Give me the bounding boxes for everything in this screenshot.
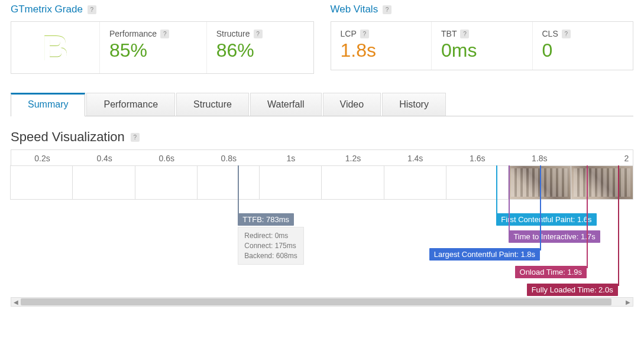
tabs: Summary Performance Structure Waterfall … (11, 93, 633, 116)
fcp-marker-line (496, 165, 497, 216)
lcp-value: 1.8s (341, 40, 422, 61)
structure-value: 86% (216, 40, 304, 61)
scroll-right-arrow-icon[interactable]: ▶ (623, 298, 633, 306)
grade-letter: B (42, 27, 69, 69)
cls-value: 0 (542, 40, 624, 61)
help-icon[interactable]: ? (460, 30, 469, 38)
frame-thumb (197, 165, 260, 200)
help-icon[interactable]: ? (254, 30, 263, 38)
frame-thumb (10, 165, 73, 200)
scroll-thumb[interactable] (21, 298, 611, 305)
ttfb-details: Redirect: 0ms Connect: 175ms Backend: 60… (238, 227, 303, 265)
tbt-label: TBT (441, 29, 457, 38)
speed-visualization-chart: 0.2s 0.4s 0.6s 0.8s 1s 1.2s 1.4s 1.6s 1.… (11, 149, 633, 297)
frame-thumb (571, 165, 633, 200)
tick: 2 (624, 154, 629, 163)
cls-label: CLS (542, 29, 558, 38)
viz-title: Speed Visualization (11, 129, 125, 145)
fully-marker-line (618, 165, 619, 286)
tab-performance[interactable]: Performance (86, 93, 175, 116)
help-icon[interactable]: ? (383, 5, 391, 14)
tick: 1.4s (407, 154, 423, 163)
fully-label: Fully Loaded Time: 2.0s (527, 284, 618, 296)
frame-thumb (72, 165, 135, 200)
tick: 0.6s (159, 154, 174, 163)
onload-label: Onload Time: 1.9s (515, 266, 587, 278)
lcp-label: Largest Contentful Paint: 1.8s (429, 248, 540, 261)
frame-thumb (259, 165, 322, 200)
ttfb-marker-line (238, 165, 239, 216)
ttfb-redirect: Redirect: 0ms (244, 231, 297, 241)
frame-thumb (321, 165, 384, 200)
performance-label: Performance (109, 29, 157, 38)
tick: 1.2s (345, 154, 361, 163)
help-icon[interactable]: ? (562, 30, 571, 38)
fcp-label: First Contentful Paint: 1.6s (496, 213, 596, 226)
ttfb-connect: Connect: 175ms (244, 241, 297, 251)
ttfb-backend: Backend: 608ms (244, 251, 297, 261)
tab-video[interactable]: Video (323, 93, 381, 116)
frame-thumb (384, 165, 446, 200)
onload-marker-line (587, 165, 588, 268)
tick: 0.4s (96, 154, 112, 163)
horizontal-scrollbar[interactable]: ◀ ▶ (11, 297, 633, 307)
scroll-track[interactable] (21, 298, 623, 306)
tick: 1s (287, 154, 296, 163)
vitals-title: Web Vitals (331, 4, 378, 15)
tab-structure[interactable]: Structure (176, 93, 249, 116)
help-icon[interactable]: ? (360, 30, 369, 38)
help-icon[interactable]: ? (160, 30, 169, 38)
grade-title: GTmetrix Grade (11, 4, 83, 15)
tick: 0.8s (221, 154, 237, 163)
tick: 1.6s (470, 154, 485, 163)
lcp-label: LCP (341, 29, 357, 38)
help-icon[interactable]: ? (131, 133, 140, 142)
structure-label: Structure (216, 29, 250, 38)
tick: 1.8s (532, 154, 547, 163)
lcp-marker-line (540, 165, 541, 250)
tti-marker-line (509, 165, 510, 233)
web-vitals-section: Web Vitals ? LCP ? 1.8s TBT ? 0ms CLS (331, 4, 634, 74)
tab-summary[interactable]: Summary (11, 93, 85, 116)
ttfb-label: TTFB: 783ms (238, 213, 294, 226)
gtmetrix-grade-section: GTmetrix Grade ? B Performance ? 85% Str… (11, 4, 314, 74)
frame-thumb (135, 165, 198, 200)
tick: 0.2s (34, 154, 50, 163)
tab-history[interactable]: History (382, 93, 446, 116)
tab-waterfall[interactable]: Waterfall (250, 93, 322, 116)
help-icon[interactable]: ? (88, 5, 96, 14)
frame-thumb (446, 165, 509, 200)
tbt-value: 0ms (441, 40, 523, 61)
grade-letter-cell: B (11, 22, 100, 73)
performance-value: 85% (109, 40, 197, 61)
scroll-left-arrow-icon[interactable]: ◀ (11, 298, 21, 306)
